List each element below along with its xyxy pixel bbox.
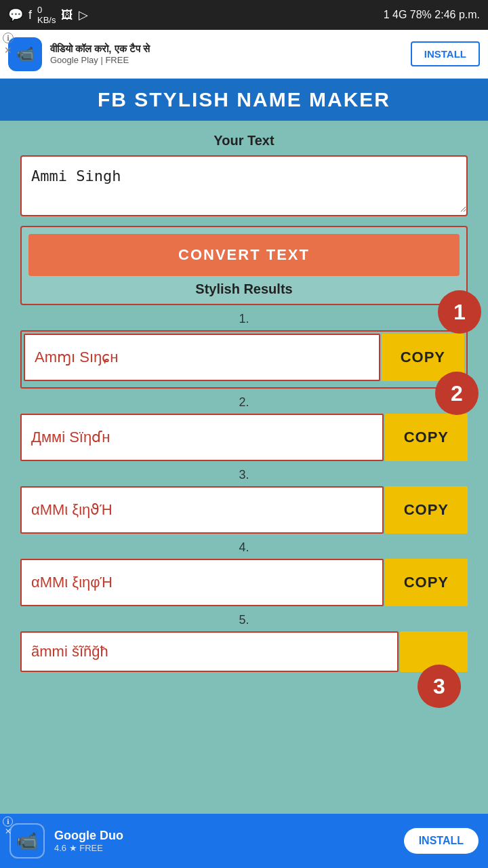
ad-top-info-icon: ℹ: [3, 33, 14, 43]
ad-bottom-info: Google Duo 4.6 ★ FREE: [54, 829, 394, 853]
result-number-5: 5.: [20, 613, 468, 627]
result-number-2: 2.: [20, 395, 468, 410]
ad-banner-bottom: ℹ ✕ 📹 Google Duo 4.6 ★ FREE INSTALL: [0, 814, 488, 868]
ad-bottom-subtitle: 4.6 ★ FREE: [54, 843, 394, 853]
ad-top-info: वीडियो कॉल करो, एक टैप से Google Play | …: [50, 43, 403, 65]
result-row-3: αMMι ξιηϑΉ COPY: [20, 486, 468, 534]
annotation-badge-3: 3: [418, 665, 461, 708]
annotation-badge-1: 1: [438, 290, 481, 334]
convert-button[interactable]: CONVERT TEXT: [28, 234, 460, 276]
result-row-1-wrapper: Amɱı Sıŋɕн COPY: [20, 330, 468, 389]
app-header: FB STYLISH NAME MAKER: [0, 79, 488, 121]
ad-top-title: वीडियो कॉल करो, एक टैप से: [50, 43, 403, 55]
ad-top-close[interactable]: ℹ ✕: [3, 33, 14, 56]
ad-top-install-button[interactable]: INSTALL: [411, 41, 480, 66]
ad-bottom-app-icon: 📹: [9, 823, 45, 859]
ad-banner-top: ℹ ✕ 📹 वीडियो कॉल करो, एक टैप से Google P…: [0, 30, 488, 79]
app-title: FB STYLISH NAME MAKER: [0, 88, 488, 111]
status-bar: 💬 f 0KB/s 🖼 ▷ 1 4G 78% 2:46 p.m.: [0, 0, 488, 30]
result-number-1: 1.: [20, 312, 468, 326]
result-row-5: ãmmi šĩñğħ: [20, 631, 468, 672]
result-text-3: αMMι ξιηϑΉ: [20, 486, 384, 534]
copy-button-2[interactable]: COPY: [385, 414, 468, 461]
result-number-3: 3.: [20, 468, 468, 482]
main-content: 1 Your Text Ammi Singh 2 CONVERT TEXT St…: [0, 121, 488, 752]
result-text-5: ãmmi šĩñğħ: [20, 631, 399, 672]
text-input-wrapper: Ammi Singh: [20, 155, 468, 216]
result-row-4: αMMι ξιηφΉ COPY: [20, 559, 468, 606]
arrow-icon: ▷: [79, 7, 88, 22]
copy-button-4[interactable]: COPY: [385, 559, 468, 606]
ad-top-subtitle: Google Play | FREE: [50, 55, 403, 65]
copy-button-3[interactable]: COPY: [385, 486, 468, 534]
your-text-label: Your Text: [20, 133, 468, 149]
facebook-icon: f: [28, 8, 32, 22]
ad-bottom-title: Google Duo: [54, 829, 394, 843]
result-row-1: Amɱı Sıŋɕн COPY: [24, 334, 464, 381]
status-left-icons: 💬 f 0KB/s 🖼 ▷: [8, 5, 88, 25]
status-right-info: 1 4G 78% 2:46 p.m.: [384, 9, 480, 21]
convert-section: CONVERT TEXT Stylish Results: [20, 226, 468, 305]
text-input[interactable]: Ammi Singh: [22, 157, 466, 212]
ad-bottom-x-icon[interactable]: ✕: [5, 827, 12, 836]
image-icon: 🖼: [61, 8, 73, 22]
result-row-2: Дммі Sïηɗн COPY: [20, 414, 468, 461]
data-icon: 0KB/s: [37, 5, 56, 25]
whatsapp-icon: 💬: [8, 7, 23, 22]
ad-bottom-install-button[interactable]: INSTALL: [404, 828, 479, 854]
result-text-1: Amɱı Sıŋɕн: [24, 334, 380, 381]
result-text-4: αMMι ξιηφΉ: [20, 559, 384, 606]
ad-bottom-info-icon: ℹ: [3, 816, 13, 827]
stylish-results-label: Stylish Results: [28, 281, 460, 297]
result-text-2: Дммі Sïηɗн: [20, 414, 384, 461]
result-number-4: 4.: [20, 540, 468, 555]
annotation-badge-2: 2: [435, 372, 479, 415]
status-text: 1 4G 78% 2:46 p.m.: [384, 9, 480, 21]
ad-bottom-close[interactable]: ℹ ✕: [3, 816, 13, 836]
ad-top-x-icon[interactable]: ✕: [4, 45, 12, 56]
